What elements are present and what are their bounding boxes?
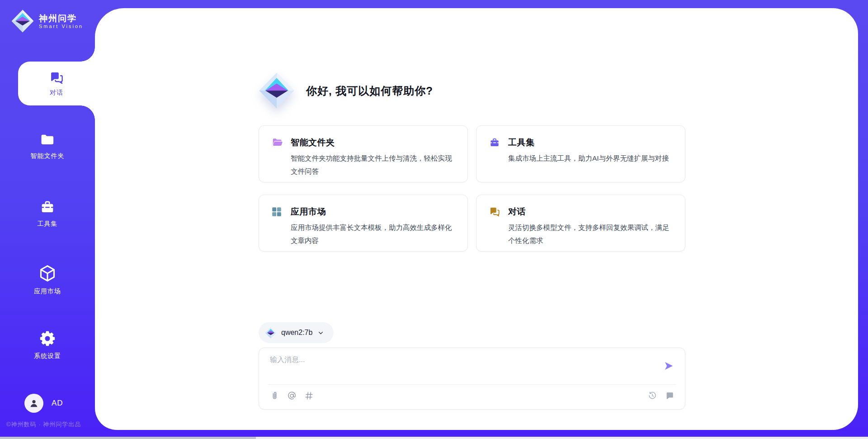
card-title: 智能文件夹	[291, 137, 335, 148]
card-smart-folder[interactable]: 智能文件夹 智能文件夹功能支持批量文件上传与清洗，轻松实现文件问答	[259, 125, 468, 182]
cube-icon	[38, 264, 57, 283]
greeting-text: 你好, 我可以如何帮助你?	[306, 84, 433, 98]
topic-icon[interactable]	[304, 391, 314, 401]
sidebar-item-label: 智能文件夹	[31, 152, 65, 159]
toolbox-icon	[488, 137, 502, 148]
brand: 神州问学 Smart Vision	[11, 9, 83, 33]
send-icon[interactable]	[664, 361, 674, 371]
greeting: 你好, 我可以如何帮助你?	[258, 72, 433, 110]
chat-bubbles-icon	[488, 206, 502, 218]
mention-icon[interactable]	[287, 391, 297, 401]
message-composer	[259, 348, 685, 410]
composer-tools	[270, 391, 314, 401]
card-title: 应用市场	[291, 206, 326, 218]
toolbox-icon	[38, 199, 57, 215]
sidebar: 神州问学 Smart Vision 对话 智能文件夹 工具集 应用市场 系统设置…	[0, 0, 95, 439]
main-content: 你好, 我可以如何帮助你? 智能文件夹 智能文件夹功能支持批量文件上传与清洗，轻…	[95, 8, 858, 430]
chat-bubbles-icon	[48, 70, 65, 86]
card-title: 工具集	[508, 137, 535, 148]
folder-open-icon	[271, 137, 284, 148]
brand-name: 神州问学	[39, 14, 83, 24]
user-initials: AD	[52, 399, 63, 408]
person-icon	[28, 398, 39, 409]
brand-logo-icon	[11, 9, 34, 33]
paperclip-icon[interactable]	[270, 391, 279, 401]
card-description: 智能文件夹功能支持批量文件上传与清洗，轻松实现文件问答	[291, 152, 456, 178]
card-title: 对话	[508, 206, 526, 218]
app-grid-icon	[271, 206, 284, 218]
user-profile[interactable]: AD	[24, 394, 63, 413]
model-name: qwen2:7b	[281, 329, 312, 337]
message-input[interactable]	[270, 355, 654, 382]
folder-icon	[39, 132, 56, 148]
sidebar-item-label: 应用市场	[34, 287, 61, 295]
chevron-down-icon	[317, 329, 325, 337]
composer-divider	[268, 384, 676, 385]
assistant-logo-icon	[258, 72, 295, 110]
sidebar-item-label: 工具集	[38, 220, 58, 227]
model-logo-icon	[265, 327, 277, 339]
composer-actions	[648, 391, 674, 400]
sidebar-item-toolset[interactable]: 工具集	[0, 199, 95, 228]
horizontal-scrollbar	[0, 437, 868, 439]
brand-subtitle: Smart Vision	[39, 24, 83, 29]
feature-cards: 智能文件夹 智能文件夹功能支持批量文件上传与清洗，轻松实现文件问答 工具集 集成…	[259, 125, 685, 252]
model-selector[interactable]: qwen2:7b	[259, 322, 334, 343]
sidebar-item-app-market[interactable]: 应用市场	[0, 264, 95, 296]
copyright-footer: ©神州数码 · 神州问学出品	[6, 420, 81, 429]
sidebar-item-settings[interactable]: 系统设置	[0, 329, 95, 360]
sidebar-item-smart-folder[interactable]: 智能文件夹	[0, 132, 95, 160]
card-toolset[interactable]: 工具集 集成市场上主流工具，助力AI与外界无缝扩展与对接	[476, 125, 685, 182]
avatar	[24, 394, 43, 413]
sidebar-item-label: 对话	[50, 89, 63, 97]
sidebar-item-label: 系统设置	[34, 352, 61, 359]
horizontal-scrollbar-thumb[interactable]	[0, 437, 256, 439]
card-chat[interactable]: 对话 灵活切换多模型文件，支持多样回复效果调试，满足个性化需求	[476, 195, 685, 252]
history-icon[interactable]	[648, 391, 657, 400]
sidebar-item-chat[interactable]: 对话	[18, 62, 95, 105]
message-icon[interactable]	[665, 391, 674, 400]
gear-icon	[38, 329, 57, 348]
card-description: 灵活切换多模型文件，支持多样回复效果调试，满足个性化需求	[508, 221, 673, 247]
card-description: 应用市场提供丰富长文本模板，助力高效生成多样化文章内容	[291, 221, 456, 247]
card-app-market[interactable]: 应用市场 应用市场提供丰富长文本模板，助力高效生成多样化文章内容	[259, 195, 468, 252]
card-description: 集成市场上主流工具，助力AI与外界无缝扩展与对接	[508, 152, 673, 165]
